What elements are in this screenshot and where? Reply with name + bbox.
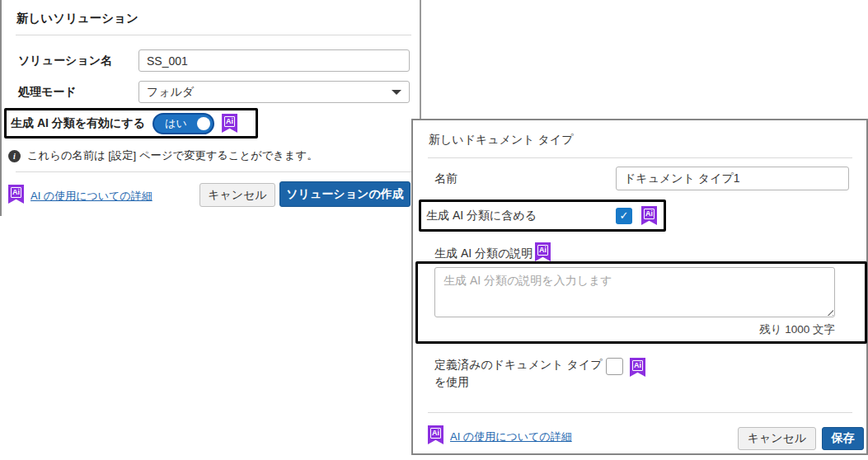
ai-icon: Ai xyxy=(428,425,443,444)
doc-name-input[interactable] xyxy=(616,167,849,190)
canvas: 新しいソリューション ソリューション名 処理モード フォルダ 生成 AI 分類を… xyxy=(0,0,868,460)
ai-icon: Ai xyxy=(535,242,551,261)
divider xyxy=(428,157,852,158)
characters-remaining: 残り 1000 文字 xyxy=(434,322,835,337)
predefined-doc-type-checkbox[interactable] xyxy=(606,358,623,375)
ai-description-textarea[interactable] xyxy=(434,267,835,317)
include-ai-label: 生成 AI 分類に含める xyxy=(426,209,607,223)
new-document-type-title: 新しいドキュメント タイプ xyxy=(429,133,574,148)
ai-toggle-highlight-box: 生成 AI 分類を有効にする はい Ai xyxy=(4,108,258,138)
divider xyxy=(428,412,852,413)
processing-mode-select[interactable]: フォルダ xyxy=(138,81,410,103)
ai-description-label: 生成 AI 分類の説明 xyxy=(434,246,533,261)
create-solution-button[interactable]: ソリューションの作成 xyxy=(279,181,411,207)
processing-mode-label: 処理モード xyxy=(18,85,77,100)
ai-icon: Ai xyxy=(8,185,24,204)
include-ai-highlight-box: 生成 AI 分類に含める ✓ Ai xyxy=(419,199,666,232)
new-solution-title: 新しいソリューション xyxy=(16,11,138,26)
ai-description-field xyxy=(434,267,835,317)
ai-icon: Ai xyxy=(630,358,645,377)
save-button[interactable]: 保存 xyxy=(822,427,864,450)
info-icon: i xyxy=(8,150,21,162)
checkmark-icon: ✓ xyxy=(620,209,629,222)
doc-name-label: 名前 xyxy=(434,171,457,186)
ai-toggle-label: 生成 AI 分類を有効にする xyxy=(11,116,145,131)
divider xyxy=(16,171,417,172)
new-document-type-dialog: 新しいドキュメント タイプ 名前 生成 AI 分類に含める ✓ Ai 生成 AI… xyxy=(411,119,868,455)
ai-usage-details-link[interactable]: AI の使用についての詳細 xyxy=(450,429,572,444)
divider xyxy=(16,35,411,35)
cancel-button[interactable]: キャンセル xyxy=(199,183,275,207)
chevron-down-icon xyxy=(392,90,401,95)
cancel-button[interactable]: キャンセル xyxy=(738,427,816,450)
info-row: i これらの名前は [設定] ページで変更することができます。 xyxy=(8,148,318,163)
new-solution-dialog: 新しいソリューション ソリューション名 処理モード フォルダ 生成 AI 分類を… xyxy=(0,0,421,216)
processing-mode-value: フォルダ xyxy=(147,85,194,100)
predefined-doc-type-label: 定義済みのドキュメント タイプを使用 xyxy=(434,356,605,391)
ai-icon: Ai xyxy=(641,206,657,225)
toggle-state-label: はい xyxy=(154,116,187,131)
ai-usage-details-link[interactable]: AI の使用についての詳細 xyxy=(30,189,152,204)
info-text: これらの名前は [設定] ページで変更することができます。 xyxy=(27,148,318,163)
toggle-knob xyxy=(197,117,210,130)
ai-classification-toggle[interactable]: はい xyxy=(152,113,214,134)
solution-name-label: ソリューション名 xyxy=(18,54,112,68)
ai-icon: Ai xyxy=(222,114,237,133)
include-ai-checkbox[interactable]: ✓ xyxy=(616,208,632,224)
solution-name-input[interactable] xyxy=(138,49,410,72)
